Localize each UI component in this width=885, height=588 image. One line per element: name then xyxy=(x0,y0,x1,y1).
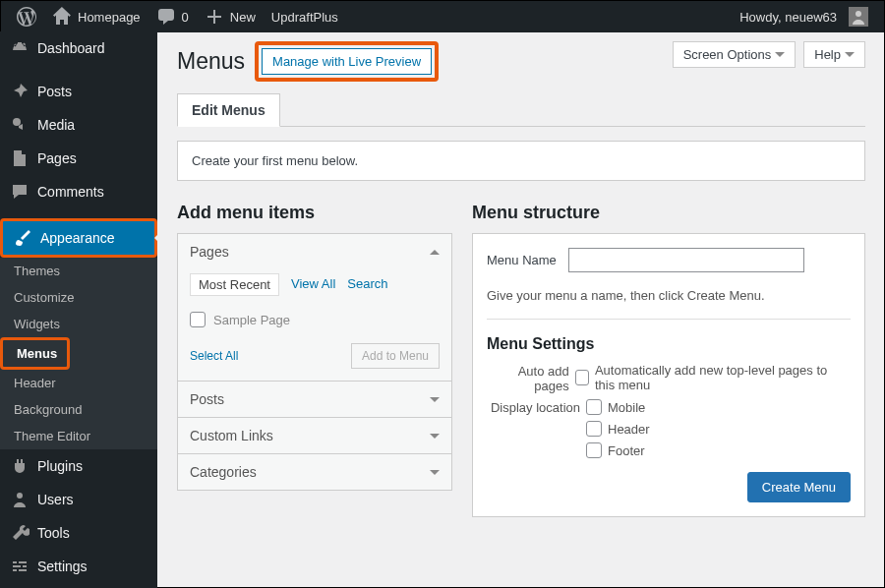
collapse-menu[interactable]: Collapse menu xyxy=(0,583,157,588)
sidebar-item-users[interactable]: Users xyxy=(0,483,157,516)
brush-icon xyxy=(13,228,32,248)
menu-structure-box: Menu Name Give your menu a name, then cl… xyxy=(472,233,865,517)
screen-options-button[interactable]: Screen Options xyxy=(673,41,796,68)
live-preview-button[interactable]: Manage with Live Preview xyxy=(262,48,432,75)
submenu-widgets[interactable]: Widgets xyxy=(0,311,157,337)
submenu-theme-editor[interactable]: Theme Editor xyxy=(0,423,157,449)
svg-point-1 xyxy=(856,11,861,17)
plug-icon xyxy=(10,456,30,476)
tab-edit-menus[interactable]: Edit Menus xyxy=(177,93,280,127)
wrench-icon xyxy=(10,523,30,543)
sample-page-checkbox[interactable] xyxy=(190,312,206,327)
chevron-down-icon xyxy=(845,52,855,57)
notice-box: Create your first menu below. xyxy=(177,141,865,181)
howdy-text: Howdy, neuew63 xyxy=(739,10,837,25)
wordpress-icon xyxy=(17,7,36,27)
comments-link[interactable]: 0 xyxy=(148,1,197,32)
loc-footer-checkbox[interactable] xyxy=(586,442,602,458)
add-items-accordion: Pages Most Recent View All Search Sample… xyxy=(177,233,452,491)
create-menu-button[interactable]: Create Menu xyxy=(747,472,851,502)
sidebar-item-pages[interactable]: Pages xyxy=(0,142,157,175)
sidebar-item-posts[interactable]: Posts xyxy=(0,75,157,108)
menu-structure-heading: Menu structure xyxy=(472,203,865,223)
comments-count: 0 xyxy=(182,10,189,25)
appearance-submenu: Themes Customize Widgets Menus Header Ba… xyxy=(0,258,157,449)
admin-bar: Homepage 0 New UpdraftPlus Howdy, neuew6… xyxy=(1,1,884,32)
chevron-down-icon xyxy=(430,434,440,439)
sidebar-item-settings[interactable]: Settings xyxy=(0,550,157,583)
menu-hint: Give your menu a name, then click Create… xyxy=(487,288,851,303)
sidebar-item-plugins[interactable]: Plugins xyxy=(0,449,157,483)
highlight-box: Manage with Live Preview xyxy=(255,41,439,82)
chevron-down-icon xyxy=(775,52,785,57)
sidebar-item-tools[interactable]: Tools xyxy=(0,516,157,550)
acc-categories-head[interactable]: Categories xyxy=(178,453,451,490)
display-location-label: Display location xyxy=(487,399,580,415)
submenu-header[interactable]: Header xyxy=(0,370,157,396)
acc-posts-head[interactable]: Posts xyxy=(178,381,451,417)
auto-add-option: Automatically add new top-level pages to… xyxy=(595,363,851,392)
sample-page-label: Sample Page xyxy=(213,313,290,327)
divider xyxy=(487,319,851,320)
loc-header-checkbox[interactable] xyxy=(586,421,602,437)
subtab-most-recent[interactable]: Most Recent xyxy=(190,273,279,296)
chevron-up-icon xyxy=(430,250,440,255)
howdy-link[interactable]: Howdy, neuew63 xyxy=(732,1,876,32)
svg-point-2 xyxy=(13,118,21,126)
media-icon xyxy=(10,115,30,135)
home-icon xyxy=(52,7,72,27)
submenu-background[interactable]: Background xyxy=(0,396,157,423)
wp-logo[interactable] xyxy=(9,1,44,32)
acc-pages-body: Most Recent View All Search Sample Page … xyxy=(178,269,451,381)
admin-sidebar: Dashboard Posts Media Pages Comments App… xyxy=(0,31,157,588)
help-button[interactable]: Help xyxy=(803,41,865,68)
site-link[interactable]: Homepage xyxy=(44,1,148,32)
menu-name-input[interactable] xyxy=(568,248,804,272)
loc-mobile-checkbox[interactable] xyxy=(586,399,602,415)
subtab-search[interactable]: Search xyxy=(347,273,387,296)
tabs: Edit Menus xyxy=(177,93,865,127)
chevron-down-icon xyxy=(430,397,440,402)
submenu-menus[interactable]: Menus xyxy=(0,337,70,370)
menu-name-label: Menu Name xyxy=(487,253,557,267)
pin-icon xyxy=(10,82,30,101)
acc-pages-head[interactable]: Pages xyxy=(178,234,451,269)
add-to-menu-button[interactable]: Add to Menu xyxy=(351,343,440,369)
new-label: New xyxy=(230,10,256,25)
content-area: Screen Options Help Menus Manage with Li… xyxy=(157,31,885,588)
auto-add-label: Auto add pages xyxy=(487,363,569,393)
menu-settings-heading: Menu Settings xyxy=(487,335,851,353)
svg-point-3 xyxy=(17,493,23,499)
sidebar-item-media[interactable]: Media xyxy=(0,108,157,142)
submenu-themes[interactable]: Themes xyxy=(0,258,157,284)
sidebar-item-appearance[interactable]: Appearance xyxy=(0,218,157,258)
site-name: Homepage xyxy=(78,10,141,25)
auto-add-checkbox[interactable] xyxy=(575,370,589,385)
new-link[interactable]: New xyxy=(197,1,264,32)
select-all-link[interactable]: Select All xyxy=(190,349,238,363)
chevron-down-icon xyxy=(430,470,440,475)
page-icon xyxy=(10,148,30,168)
updraft-link[interactable]: UpdraftPlus xyxy=(264,1,346,32)
sliders-icon xyxy=(10,557,30,576)
sidebar-item-dashboard[interactable]: Dashboard xyxy=(0,31,157,65)
sidebar-item-comments[interactable]: Comments xyxy=(0,175,157,208)
page-title: Menus xyxy=(177,48,245,75)
plus-icon xyxy=(205,7,224,27)
dashboard-icon xyxy=(10,38,30,58)
submenu-customize[interactable]: Customize xyxy=(0,284,157,311)
user-icon xyxy=(10,490,30,509)
comment-icon xyxy=(10,182,30,202)
add-items-heading: Add menu items xyxy=(177,203,452,223)
avatar-icon xyxy=(849,7,868,27)
subtab-view-all[interactable]: View All xyxy=(291,273,335,296)
comment-icon xyxy=(156,7,176,27)
acc-custom-links-head[interactable]: Custom Links xyxy=(178,417,451,453)
